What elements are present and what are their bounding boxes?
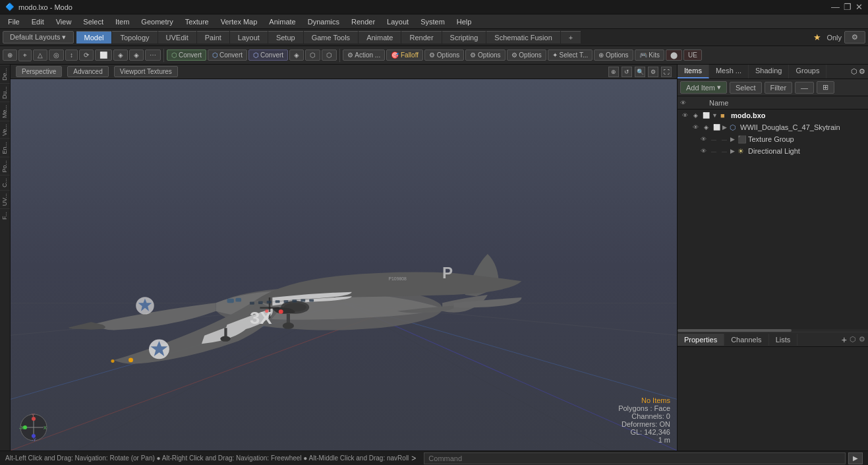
sidebar-tab-po[interactable]: Po...: [0, 157, 10, 175]
sidebar-tab-en[interactable]: En...: [0, 139, 10, 157]
action-button[interactable]: ⚙ Action ...: [343, 49, 385, 61]
expand-light[interactable]: ▶: [730, 148, 735, 154]
sidebar-tab-ve[interactable]: Ve...: [0, 121, 10, 139]
extra-tool1[interactable]: ◈: [289, 49, 304, 61]
tool9[interactable]: ◈: [129, 49, 144, 61]
menu-system[interactable]: System: [415, 16, 450, 27]
tree-item-root[interactable]: 👁 ◈ ⬜ ▼ ■ modo.bxo: [678, 109, 868, 121]
expand-root[interactable]: ▼: [712, 112, 718, 119]
vp-icon-rotate[interactable]: ↺: [622, 67, 632, 77]
menu-file[interactable]: File: [3, 16, 25, 27]
tool10[interactable]: ⋯: [145, 49, 161, 61]
options1-button[interactable]: ⚙ Options: [424, 49, 464, 61]
default-layouts-button[interactable]: Default Layouts ▾: [3, 31, 74, 44]
settings-button[interactable]: ⚙: [844, 31, 865, 44]
vp-icon-zoom[interactable]: 🔍: [635, 67, 645, 77]
kits-button[interactable]: 🎮 Kits: [635, 49, 664, 61]
vp-icon-compass[interactable]: ⊕: [608, 67, 619, 77]
viewport-textures[interactable]: Viewport Textures: [114, 66, 178, 77]
minus-button[interactable]: —: [795, 82, 814, 94]
select-button[interactable]: Select: [730, 82, 762, 94]
snap-button[interactable]: ⌖: [18, 49, 32, 61]
menu-help[interactable]: Help: [451, 16, 477, 27]
tool3[interactable]: △: [33, 49, 47, 61]
options2-button[interactable]: ⚙ Options: [465, 49, 505, 61]
prop-add-icon[interactable]: +: [842, 334, 847, 345]
tab-render[interactable]: Render: [401, 31, 441, 44]
convert1-button[interactable]: ⬡ Convert: [167, 49, 206, 61]
menu-animate[interactable]: Animate: [264, 16, 301, 27]
menu-item[interactable]: Item: [110, 16, 134, 27]
tool8[interactable]: ◈: [113, 49, 128, 61]
tab-properties[interactable]: Properties: [678, 334, 724, 346]
command-input[interactable]: [424, 452, 846, 464]
tab-layout[interactable]: Layout: [230, 31, 268, 44]
tab-scripting[interactable]: Scripting: [442, 31, 486, 44]
filter-button[interactable]: Filter: [765, 82, 792, 94]
eye-icon-root[interactable]: 👁: [680, 111, 689, 120]
menu-render[interactable]: Render: [346, 16, 380, 27]
menu-dynamics[interactable]: Dynamics: [303, 16, 345, 27]
tab-game-tools[interactable]: Game Tools: [304, 31, 359, 44]
options3-button[interactable]: ⚙ Options: [507, 49, 546, 61]
unreal-icon[interactable]: ⬤: [666, 49, 682, 61]
convert3-button[interactable]: ⬡ Convert: [248, 49, 288, 61]
tree-item-texture[interactable]: 👁 — — ▶ ⬛ Texture Group: [696, 133, 868, 145]
menu-view[interactable]: View: [51, 16, 77, 27]
render-icon-root[interactable]: ⬜: [701, 111, 710, 120]
extra-tool2[interactable]: ⬡: [305, 49, 320, 61]
close-button[interactable]: ✕: [855, 2, 863, 12]
prop-gear-icon[interactable]: ⚙: [859, 335, 865, 344]
tab-channels[interactable]: Channels: [724, 334, 768, 346]
falloff-button[interactable]: 🎯 Falloff: [386, 49, 423, 61]
options4-button[interactable]: ⊕ Options: [594, 49, 633, 61]
extra-tool3[interactable]: ⬡: [322, 49, 337, 61]
expand-texture[interactable]: ▶: [730, 136, 735, 142]
sidebar-tab-me[interactable]: Me...: [0, 102, 10, 121]
sidebar-tab-du[interactable]: Du...: [0, 83, 10, 102]
convert2-button[interactable]: ⬡ Convert: [208, 49, 247, 61]
tab-add[interactable]: +: [561, 31, 581, 44]
tab-setup[interactable]: Setup: [268, 31, 303, 44]
sidebar-tab-de[interactable]: De...: [0, 65, 10, 83]
vp-icon-fullscreen[interactable]: ⛶: [661, 67, 672, 77]
tab-schematic-fusion[interactable]: Schematic Fusion: [486, 31, 560, 44]
panel-gear-icon[interactable]: ⚙: [859, 67, 865, 76]
sidebar-tab-f[interactable]: F...: [0, 208, 10, 222]
menu-geometry[interactable]: Geometry: [136, 16, 178, 27]
menu-edit[interactable]: Edit: [26, 16, 49, 27]
add-item-button[interactable]: Add Item ▾: [680, 81, 727, 94]
tab-uvedit[interactable]: UVEdit: [158, 31, 196, 44]
viewport-perspective[interactable]: Perspective: [16, 66, 62, 77]
vis-icon-root[interactable]: ◈: [691, 111, 700, 120]
maximize-button[interactable]: ❐: [844, 2, 852, 12]
tab-mesh[interactable]: Mesh ...: [709, 65, 749, 78]
tab-model[interactable]: Model: [76, 31, 112, 44]
tab-animate[interactable]: Animate: [359, 31, 401, 44]
ue-button[interactable]: UE: [683, 49, 702, 61]
tool7[interactable]: ⬜: [95, 49, 112, 61]
sidebar-tab-uv[interactable]: UV...: [0, 190, 10, 208]
filter-icon-button[interactable]: ⊞: [817, 81, 834, 94]
render-icon-plane[interactable]: ⬜: [712, 123, 721, 132]
menu-layout[interactable]: Layout: [382, 16, 414, 27]
menu-vertex-map[interactable]: Vertex Map: [216, 16, 263, 27]
tab-groups[interactable]: Groups: [789, 65, 826, 78]
tab-items[interactable]: Items: [678, 65, 709, 78]
prop-expand-icon[interactable]: ⬡: [850, 335, 856, 344]
eye-icon-texture[interactable]: 👁: [699, 135, 708, 144]
tool4[interactable]: ◎: [49, 49, 64, 61]
panel-expand-icon[interactable]: ⬡: [851, 67, 857, 76]
eye-icon-plane[interactable]: 👁: [691, 123, 700, 132]
tab-topology[interactable]: Topology: [112, 31, 157, 44]
tree-item-plane[interactable]: 👁 ◈ ⬜ ▶ ⬡ WWII_Douglas_C_47_Skytrain: [688, 121, 868, 133]
eye-icon-light[interactable]: 👁: [699, 146, 708, 156]
menu-select[interactable]: Select: [78, 16, 109, 27]
tree-item-light[interactable]: 👁 — — ▶ ☀ Directional Light: [696, 145, 868, 157]
minimize-button[interactable]: —: [831, 2, 840, 12]
menu-texture[interactable]: Texture: [180, 16, 214, 27]
execute-button[interactable]: ▶: [848, 452, 863, 464]
vp-icon-settings[interactable]: ⚙: [648, 67, 658, 77]
viewport-advanced[interactable]: Advanced: [67, 66, 108, 77]
tab-lists[interactable]: Lists: [769, 334, 798, 346]
